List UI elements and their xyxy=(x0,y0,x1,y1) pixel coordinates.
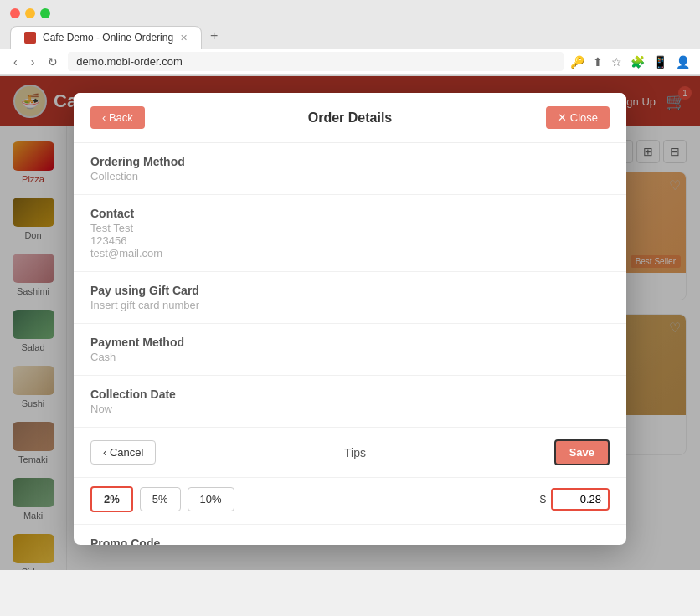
modal-header: ‹ Back Order Details ✕ Close xyxy=(74,93,626,143)
promo-code-section: Promo Code insert promo code xyxy=(74,525,626,545)
address-bar: ‹ › ↻ 🔑 ⬆ ☆ 🧩 📱 👤 xyxy=(0,49,700,75)
new-tab-button[interactable]: + xyxy=(202,23,226,49)
page: 🍜 Ca Sign Up 🛒 1 Pizza Don S xyxy=(0,76,700,570)
traffic-light-yellow[interactable] xyxy=(25,8,35,18)
tab-bar: Cafe Demo - Online Ordering ✕ + xyxy=(0,23,700,49)
traffic-light-green[interactable] xyxy=(40,8,50,18)
traffic-light-red[interactable] xyxy=(10,8,20,18)
tip-amount-area: $ xyxy=(540,488,610,511)
key-icon: 🔑 xyxy=(570,55,584,69)
traffic-lights xyxy=(0,0,700,23)
contact-name: Test Test xyxy=(90,222,610,234)
tips-label: Tips xyxy=(156,446,553,459)
gift-card-value: Insert gift card number xyxy=(90,299,610,311)
active-tab[interactable]: Cafe Demo - Online Ordering ✕ xyxy=(10,26,202,49)
star-icon: ☆ xyxy=(611,55,622,69)
tab-title: Cafe Demo - Online Ordering xyxy=(43,32,173,44)
payment-method-label: Payment Method xyxy=(90,336,610,349)
collection-date-value: Now xyxy=(90,403,610,415)
cancel-button[interactable]: ‹ Cancel xyxy=(90,440,156,465)
phone-icon: 📱 xyxy=(653,55,667,69)
tip-5-percent-button[interactable]: 5% xyxy=(140,487,181,511)
tip-10-percent-button[interactable]: 10% xyxy=(188,487,234,511)
address-input[interactable] xyxy=(68,52,564,71)
save-button[interactable]: Save xyxy=(554,439,610,465)
tip-2-percent-button[interactable]: 2% xyxy=(90,486,133,512)
refresh-button[interactable]: ↻ xyxy=(44,54,61,70)
payment-method-value: Cash xyxy=(90,351,610,363)
collection-date-label: Collection Date xyxy=(90,388,610,401)
back-button[interactable]: ‹ Back xyxy=(90,106,145,129)
profile-icon: 👤 xyxy=(676,55,690,69)
tips-row: ‹ Cancel Tips Save xyxy=(74,428,626,478)
ordering-method-section: Ordering Method Collection xyxy=(74,143,626,195)
payment-method-section: Payment Method Cash xyxy=(74,324,626,376)
gift-card-section: Pay using Gift Card Insert gift card num… xyxy=(74,272,626,324)
tip-options-row: 2% 5% 10% $ xyxy=(74,478,626,525)
modal-body: Ordering Method Collection Contact Test … xyxy=(74,143,626,545)
browser-icons: 🔑 ⬆ ☆ 🧩 📱 👤 xyxy=(570,55,690,69)
collection-date-section: Collection Date Now xyxy=(74,376,626,428)
tab-close-button[interactable]: ✕ xyxy=(180,33,188,44)
promo-code-label: Promo Code xyxy=(90,536,610,545)
browser-chrome: Cafe Demo - Online Ordering ✕ + ‹ › ↻ 🔑 … xyxy=(0,0,700,76)
ordering-method-value: Collection xyxy=(90,170,610,182)
contact-phone: 123456 xyxy=(90,234,610,247)
contact-email: test@mail.com xyxy=(90,247,610,259)
tab-favicon xyxy=(24,32,36,44)
close-button[interactable]: ✕ Close xyxy=(546,106,610,129)
tip-amount-input[interactable] xyxy=(551,488,610,511)
modal-title: Order Details xyxy=(308,110,392,126)
contact-label: Contact xyxy=(90,207,610,220)
currency-symbol: $ xyxy=(540,493,546,506)
back-button[interactable]: ‹ xyxy=(10,54,21,70)
ordering-method-label: Ordering Method xyxy=(90,155,610,168)
order-details-modal: ‹ Back Order Details ✕ Close Ordering Me… xyxy=(74,93,626,545)
modal-overlay: ‹ Back Order Details ✕ Close Ordering Me… xyxy=(0,76,700,570)
puzzle-icon: 🧩 xyxy=(631,55,645,69)
contact-section: Contact Test Test 123456 test@mail.com xyxy=(74,195,626,272)
gift-card-label: Pay using Gift Card xyxy=(90,284,610,297)
share-icon: ⬆ xyxy=(593,55,603,69)
forward-button[interactable]: › xyxy=(28,54,39,70)
